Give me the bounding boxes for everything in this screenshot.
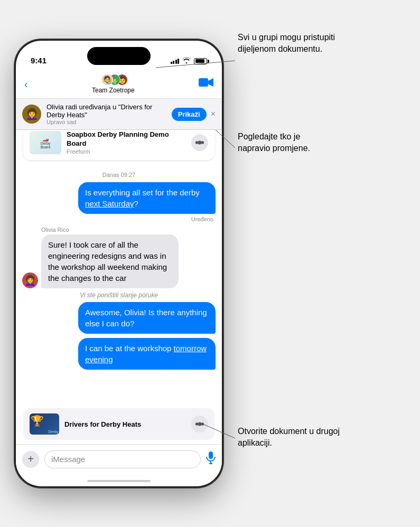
svg-point-4 bbox=[198, 422, 201, 426]
mic-button[interactable] bbox=[206, 451, 216, 467]
input-bar: + iMessage bbox=[16, 444, 222, 474]
svg-point-6 bbox=[201, 422, 204, 425]
messages-area[interactable]: Danas 09:27 Is everything all set for th… bbox=[16, 162, 222, 444]
link-next-saturday[interactable]: next Saturday bbox=[85, 199, 134, 208]
bottom-card-share-button[interactable] bbox=[191, 416, 208, 432]
svg-point-1 bbox=[198, 140, 201, 144]
freeform-card[interactable]: 🏎️ Derby Board Soapbox Derby Planning De… bbox=[23, 125, 214, 160]
edited-label: Uređeno bbox=[22, 216, 213, 222]
date-label: Danas 09:27 bbox=[22, 172, 216, 178]
nav-header: ‹ 🧑‍🎨 🦜 👩 Team Zoetrope bbox=[16, 69, 222, 99]
callout-mid-right-text: Pogledajte tko je napravio promjene. bbox=[238, 132, 310, 153]
collab-text: Olivia radi uređivanja u "Drivers for De… bbox=[46, 103, 166, 125]
status-icons bbox=[171, 57, 208, 65]
olivia-avatar: 👩‍🦱 bbox=[22, 272, 38, 288]
back-chevron-icon: ‹ bbox=[24, 79, 28, 89]
status-time: 9:41 bbox=[31, 56, 46, 65]
collab-avatar: 👩‍🦱 bbox=[22, 105, 41, 124]
close-button[interactable]: × bbox=[211, 109, 216, 119]
callout-mid-right: Pogledajte tko je napravio promjene. bbox=[238, 131, 333, 154]
message-input[interactable]: iMessage bbox=[44, 450, 201, 468]
collab-subtitle: Upravo sad bbox=[46, 119, 166, 125]
message-bubble-outgoing-1: Is everything all set for the derby next… bbox=[78, 182, 216, 214]
callout-top-right: Svi u grupi mogu pristupiti dijeljenom d… bbox=[238, 32, 343, 54]
message-row: I can be at the workshop tomorrow evenin… bbox=[22, 338, 216, 370]
bottom-freeform-card[interactable]: 🏆 Derby Drivers for Derby Heats bbox=[23, 408, 214, 440]
link-tomorrow-evening[interactable]: tomorrow evening bbox=[85, 344, 207, 364]
message-bubble-outgoing-2: Awesome, Olivia! Is there anything else … bbox=[78, 302, 216, 334]
freeform-app-name: Freeform bbox=[67, 148, 186, 155]
battery-fill bbox=[195, 59, 204, 63]
wifi-icon bbox=[182, 57, 191, 65]
signal-bars-icon bbox=[171, 59, 180, 64]
collab-banner: 👩‍🦱 Olivia radi uređivanja u "Drivers fo… bbox=[16, 99, 222, 130]
message-row: 👩‍🦱 Sure! I took care of all the enginee… bbox=[22, 234, 216, 288]
freeform-info: Soapbox Derby Planning Demo Board Freefo… bbox=[67, 130, 186, 155]
back-button[interactable]: ‹ bbox=[24, 79, 28, 89]
svg-rect-7 bbox=[209, 451, 213, 459]
group-header[interactable]: 🧑‍🎨 🦜 👩 Team Zoetrope bbox=[92, 74, 135, 94]
home-indicator bbox=[87, 480, 151, 482]
avatar-1: 🧑‍🎨 bbox=[101, 74, 113, 86]
message-row: Awesome, Olivia! Is there anything else … bbox=[22, 302, 216, 334]
battery-icon bbox=[194, 58, 207, 64]
svg-point-2 bbox=[195, 141, 198, 144]
sender-name-olivia: Olivia Rico bbox=[41, 227, 216, 233]
input-placeholder: iMessage bbox=[51, 455, 85, 464]
bottom-card-title: Drivers for Derby Heats bbox=[64, 420, 186, 428]
bottom-card-thumbnail: 🏆 Derby bbox=[30, 413, 59, 435]
dynamic-island bbox=[87, 47, 151, 65]
show-button[interactable]: Prikaži bbox=[172, 108, 207, 121]
video-call-button[interactable] bbox=[199, 77, 213, 90]
message-bubble-outgoing-3: I can be at the workshop tomorrow evenin… bbox=[78, 338, 216, 370]
svg-rect-0 bbox=[199, 78, 208, 87]
collab-actions: Prikaži × bbox=[172, 108, 216, 121]
collab-title: Olivia radi uređivanja u "Drivers for De… bbox=[46, 103, 166, 119]
svg-point-5 bbox=[195, 422, 198, 425]
add-attachment-button[interactable]: + bbox=[22, 451, 39, 468]
freeform-title: Soapbox Derby Planning Demo Board bbox=[67, 130, 186, 148]
freeform-thumbnail: 🏎️ Derby Board bbox=[30, 131, 61, 154]
message-bubble-incoming-1: Sure! I took care of all the engineering… bbox=[41, 234, 179, 288]
group-avatars: 🧑‍🎨 🦜 👩 bbox=[101, 74, 125, 86]
phone-frame: 9:41 ‹ bbox=[16, 41, 222, 486]
freeform-share-button[interactable] bbox=[191, 134, 208, 151]
bottom-card-info: Drivers for Derby Heats bbox=[64, 420, 186, 428]
callout-top-right-text: Svi u grupi mogu pristupiti dijeljenom d… bbox=[238, 33, 335, 53]
callout-bottom-right-text: Otvorite dokument u drugoj aplikaciji. bbox=[238, 427, 340, 447]
group-name: Team Zoetrope bbox=[92, 87, 135, 94]
message-row: Is everything all set for the derby next… bbox=[22, 182, 216, 214]
undo-label: Vi ste poništili slanje poruke bbox=[22, 291, 216, 299]
callout-bottom-right: Otvorite dokument u drugoj aplikaciji. bbox=[238, 426, 343, 448]
svg-point-3 bbox=[201, 141, 204, 144]
